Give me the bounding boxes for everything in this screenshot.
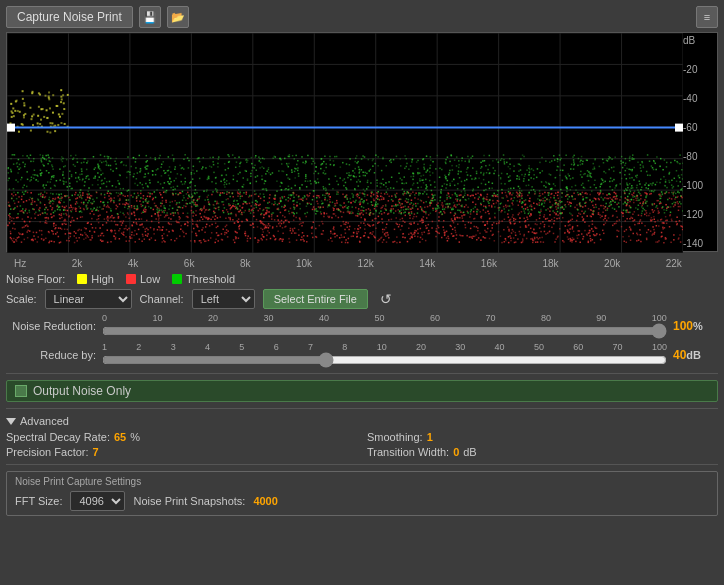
channel-select[interactable]: Left Right Stereo <box>192 289 255 309</box>
x-label-20k: 20k <box>604 258 620 269</box>
db-label-120: -120 <box>683 209 715 220</box>
low-label: Low <box>140 273 160 285</box>
reduce-by-row: Reduce by: 1 2 3 4 5 6 7 8 10 20 30 40 5… <box>6 342 718 367</box>
spectral-decay-unit: % <box>130 431 140 443</box>
noise-reduction-value: 100% <box>673 319 718 333</box>
legend-high: High <box>77 273 114 285</box>
output-noise-checkbox[interactable] <box>15 385 27 397</box>
sliders-section: Noise Reduction: 0 10 20 30 40 50 60 70 … <box>6 313 718 367</box>
advanced-label: Advanced <box>20 415 69 427</box>
scale-label: Scale: <box>6 293 37 305</box>
legend: Noise Floor: High Low Threshold <box>6 273 718 285</box>
load-button[interactable]: 📂 <box>167 6 189 28</box>
db-label-140: -140 <box>683 238 715 249</box>
db-label-80: -80 <box>683 151 715 162</box>
legend-low: Low <box>126 273 160 285</box>
x-label-12k: 12k <box>358 258 374 269</box>
x-label-14k: 14k <box>419 258 435 269</box>
reset-button[interactable]: ↺ <box>376 289 396 309</box>
noise-print-title: Noise Print Capture Settings <box>15 476 709 487</box>
db-label-20: -20 <box>683 64 715 75</box>
noise-reduction-tick-labels: 0 10 20 30 40 50 60 70 80 90 100 <box>102 313 667 323</box>
scale-select[interactable]: Linear Logarithmic <box>45 289 132 309</box>
x-label-6k: 6k <box>184 258 195 269</box>
low-dot <box>126 274 136 284</box>
x-label-4k: 4k <box>128 258 139 269</box>
spectrum-canvas <box>7 33 683 253</box>
high-label: High <box>91 273 114 285</box>
x-label-2k: 2k <box>72 258 83 269</box>
smoothing-label: Smoothing: <box>367 431 423 443</box>
fft-label: FFT Size: <box>15 495 62 507</box>
load-icon: 📂 <box>171 11 185 24</box>
menu-button[interactable]: ≡ <box>696 6 718 28</box>
controls-row: Scale: Linear Logarithmic Channel: Left … <box>6 289 718 309</box>
db-label-db: dB <box>683 35 715 46</box>
fft-row: FFT Size: 512 1024 2048 4096 8192 Noise … <box>15 491 709 511</box>
threshold-dot <box>172 274 182 284</box>
advanced-grid: Spectral Decay Rate: 65 % Smoothing: 1 P… <box>6 431 718 458</box>
output-noise-label: Output Noise Only <box>33 384 131 398</box>
advanced-triangle-icon <box>6 418 16 425</box>
reduce-by-value: 40dB <box>673 348 718 362</box>
spectral-decay-value: 65 <box>114 431 126 443</box>
transition-label: Transition Width: <box>367 446 449 458</box>
menu-icon: ≡ <box>704 11 710 23</box>
reduce-by-ticks: 1 2 3 4 5 6 7 8 10 20 30 40 50 60 70 100 <box>102 342 667 367</box>
noise-reduction-slider[interactable] <box>102 324 667 338</box>
save-icon: 💾 <box>143 11 157 24</box>
legend-threshold: Threshold <box>172 273 235 285</box>
channel-label: Channel: <box>140 293 184 305</box>
save-button[interactable]: 💾 <box>139 6 161 28</box>
noise-print-settings: Noise Print Capture Settings FFT Size: 5… <box>6 471 718 516</box>
x-label-10k: 10k <box>296 258 312 269</box>
capture-noise-print-button[interactable]: Capture Noise Print <box>6 6 133 28</box>
smoothing-item: Smoothing: 1 <box>367 431 718 443</box>
db-label-60: -60 <box>683 122 715 133</box>
reduce-by-label: Reduce by: <box>6 349 96 361</box>
noise-floor-label: Noise Floor: <box>6 273 65 285</box>
threshold-label: Threshold <box>186 273 235 285</box>
noise-reduction-label: Noise Reduction: <box>6 320 96 332</box>
precision-item: Precision Factor: 7 <box>6 446 357 458</box>
snapshots-label: Noise Print Snapshots: <box>133 495 245 507</box>
advanced-section: Advanced Spectral Decay Rate: 65 % Smoot… <box>6 415 718 458</box>
x-axis: Hz 2k 4k 6k 8k 10k 12k 14k 16k 18k 20k 2… <box>6 258 718 269</box>
toolbar: Capture Noise Print 💾 📂 ≡ <box>6 6 718 28</box>
db-label-100: -100 <box>683 180 715 191</box>
fft-size-select[interactable]: 512 1024 2048 4096 8192 <box>70 491 125 511</box>
high-dot <box>77 274 87 284</box>
transition-value: 0 <box>453 446 459 458</box>
transition-item: Transition Width: 0 dB <box>367 446 718 458</box>
transition-unit: dB <box>463 446 476 458</box>
noise-reduction-ticks: 0 10 20 30 40 50 60 70 80 90 100 <box>102 313 667 338</box>
spectral-decay-item: Spectral Decay Rate: 65 % <box>6 431 357 443</box>
snapshots-value: 4000 <box>253 495 277 507</box>
precision-value: 7 <box>93 446 99 458</box>
noise-reduction-row: Noise Reduction: 0 10 20 30 40 50 60 70 … <box>6 313 718 338</box>
db-labels: dB -20 -40 -60 -80 -100 -120 -140 <box>681 33 717 251</box>
x-label-22k: 22k <box>666 258 682 269</box>
reduce-by-slider[interactable] <box>102 353 667 367</box>
x-label-hz: Hz <box>14 258 26 269</box>
x-label-16k: 16k <box>481 258 497 269</box>
spectrum-chart: dB -20 -40 -60 -80 -100 -120 -140 <box>6 32 718 252</box>
x-label-8k: 8k <box>240 258 251 269</box>
spectral-decay-label: Spectral Decay Rate: <box>6 431 110 443</box>
advanced-header[interactable]: Advanced <box>6 415 718 427</box>
precision-label: Precision Factor: <box>6 446 89 458</box>
reduce-by-tick-labels: 1 2 3 4 5 6 7 8 10 20 30 40 50 60 70 100 <box>102 342 667 352</box>
output-noise-row[interactable]: Output Noise Only <box>6 380 718 402</box>
db-label-40: -40 <box>683 93 715 104</box>
smoothing-value: 1 <box>427 431 433 443</box>
x-label-18k: 18k <box>542 258 558 269</box>
select-entire-file-button[interactable]: Select Entire File <box>263 289 368 309</box>
